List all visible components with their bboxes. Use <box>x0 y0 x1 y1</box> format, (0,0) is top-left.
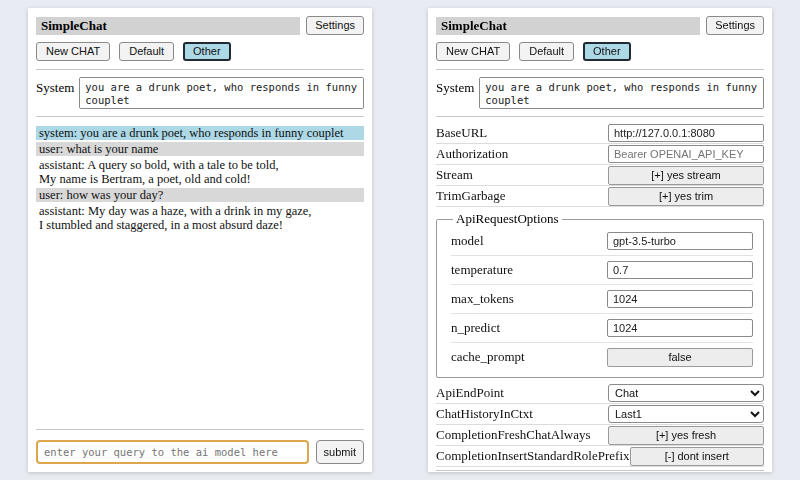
divider <box>436 69 764 70</box>
setting-row-temperature: temperature <box>451 256 753 285</box>
system-prompt-textarea[interactable]: you are a drunk poet, who responds in fu… <box>79 77 364 109</box>
session-default-button[interactable]: Default <box>519 42 574 61</box>
divider <box>436 470 764 471</box>
system-label: System <box>436 77 474 96</box>
setting-row-authorization: Authorization <box>436 144 764 165</box>
setting-row-trimgarbage: TrimGarbage [+] yes trim <box>436 186 764 207</box>
completion-insert-toggle-button[interactable]: [-] dont insert <box>630 447 764 466</box>
setting-row-completionfreshchatalways: CompletionFreshChatAlways [+] yes fresh <box>436 425 764 446</box>
authorization-input[interactable] <box>608 145 764 163</box>
session-other-button[interactable]: Other <box>183 42 231 61</box>
setting-label: n_predict <box>451 320 607 336</box>
setting-label: CompletionFreshChatAlways <box>436 427 608 443</box>
apiendpoint-select[interactable]: Chat <box>608 384 764 402</box>
trimgarbage-toggle-button[interactable]: [+] yes trim <box>608 187 764 206</box>
setting-label: CompletionInsertStandardRolePrefix <box>436 448 630 464</box>
divider <box>36 116 364 117</box>
setting-row-n-predict: n_predict <box>451 314 753 343</box>
stream-toggle-button[interactable]: [+] yes stream <box>608 166 764 185</box>
message-line: system: you are a drunk poet, who respon… <box>39 126 361 140</box>
cache-prompt-toggle-button[interactable]: false <box>607 348 753 367</box>
setting-row-model: model <box>451 227 753 256</box>
setting-label: max_tokens <box>451 291 607 307</box>
chat-message-list: system: you are a drunk poet, who respon… <box>36 126 364 234</box>
message-line: user: what is your name <box>39 142 361 156</box>
session-other-button[interactable]: Other <box>583 42 631 61</box>
setting-label: BaseURL <box>436 125 608 141</box>
setting-label: Authorization <box>436 146 608 162</box>
system-label: System <box>36 77 74 96</box>
session-toolbar: New CHAT Default Other <box>436 42 764 61</box>
submit-button[interactable]: submit <box>316 440 364 464</box>
message-line: user: how was your day? <box>39 188 361 202</box>
baseurl-input[interactable] <box>608 124 764 142</box>
setting-label: Stream <box>436 167 608 183</box>
setting-label: ChatHistoryInCtxt <box>436 406 608 422</box>
completion-fresh-toggle-button[interactable]: [+] yes fresh <box>608 426 764 445</box>
header: SimpleChat Settings <box>36 16 364 35</box>
chat-message-assistant: assistant: My day was a haze, with a dri… <box>36 204 364 232</box>
divider <box>36 69 364 70</box>
setting-row-apiendpoint: ApiEndPoint Chat <box>436 383 764 404</box>
message-line: assistant: My day was a haze, with a dri… <box>39 204 361 218</box>
system-prompt-row: System you are a drunk poet, who respond… <box>36 77 364 109</box>
message-line: assistant: A query so bold, with a tale … <box>39 158 361 172</box>
divider <box>436 116 764 117</box>
settings-panel: SimpleChat Settings New CHAT Default Oth… <box>428 8 772 472</box>
session-default-button[interactable]: Default <box>119 42 174 61</box>
temperature-input[interactable] <box>607 261 753 279</box>
setting-label: cache_prompt <box>451 349 607 365</box>
spacer <box>36 234 364 426</box>
fieldset-legend: ApiRequestOptions <box>453 211 562 227</box>
session-toolbar: New CHAT Default Other <box>36 42 364 61</box>
setting-row-max-tokens: max_tokens <box>451 285 753 314</box>
api-request-options-fieldset: ApiRequestOptions model temperature max_… <box>436 211 764 378</box>
message-line: My name is Bertram, a poet, old and cold… <box>39 172 361 186</box>
query-row: submit <box>36 440 364 464</box>
setting-label: ApiEndPoint <box>436 385 608 401</box>
max-tokens-input[interactable] <box>607 290 753 308</box>
n-predict-input[interactable] <box>607 319 753 337</box>
setting-row-baseurl: BaseURL <box>436 123 764 144</box>
stage: SimpleChat Settings New CHAT Default Oth… <box>0 0 800 480</box>
setting-label: TrimGarbage <box>436 188 608 204</box>
settings-button[interactable]: Settings <box>306 16 364 35</box>
message-line: I stumbled and staggered, in a most absu… <box>39 218 361 232</box>
setting-row-completioninsertstandardroleprefix: CompletionInsertStandardRolePrefix [-] d… <box>436 446 764 467</box>
new-chat-button[interactable]: New CHAT <box>436 42 510 61</box>
setting-label: temperature <box>451 262 607 278</box>
setting-row-cache-prompt: cache_prompt false <box>451 343 753 372</box>
header: SimpleChat Settings <box>436 16 764 35</box>
model-input[interactable] <box>607 232 753 250</box>
setting-row-stream: Stream [+] yes stream <box>436 165 764 186</box>
chat-message-assistant: assistant: A query so bold, with a tale … <box>36 158 364 186</box>
setting-row-chathistoryinctxt: ChatHistoryInCtxt Last1 <box>436 404 764 425</box>
user-query-input[interactable] <box>36 440 309 464</box>
divider <box>36 429 364 430</box>
chat-message-user: user: how was your day? <box>36 188 364 202</box>
chat-message-user: user: what is your name <box>36 142 364 156</box>
system-prompt-row: System you are a drunk poet, who respond… <box>436 77 764 109</box>
chat-panel: SimpleChat Settings New CHAT Default Oth… <box>28 8 372 472</box>
settings-button[interactable]: Settings <box>706 16 764 35</box>
app-title: SimpleChat <box>436 17 700 35</box>
chathistoryinctxt-select[interactable]: Last1 <box>608 405 764 423</box>
setting-label: model <box>451 233 607 249</box>
chat-message-system: system: you are a drunk poet, who respon… <box>36 126 364 140</box>
system-prompt-textarea[interactable]: you are a drunk poet, who responds in fu… <box>479 77 764 109</box>
new-chat-button[interactable]: New CHAT <box>36 42 110 61</box>
app-title: SimpleChat <box>36 17 300 35</box>
